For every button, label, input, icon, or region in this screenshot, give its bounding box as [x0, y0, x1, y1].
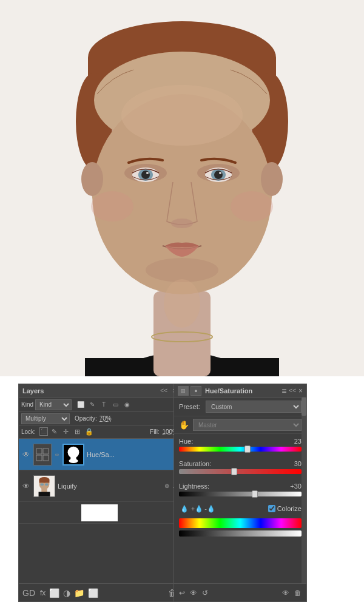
eyedropper-minus-icon[interactable]: -💧	[204, 504, 215, 513]
lock-all-icon[interactable]: 🔒	[84, 427, 94, 437]
lightness-slider-row: Lightness: +30	[174, 479, 306, 501]
lightness-grey-strip	[179, 530, 302, 537]
prop-visibility-icon[interactable]: 👁	[190, 589, 197, 597]
blend-mode-select[interactable]: Multiply	[21, 413, 70, 424]
layer-liquify[interactable]: 👁 Liquify ⊕ ▲	[19, 470, 180, 502]
svg-point-24	[219, 172, 221, 174]
colorize-checkbox[interactable]	[268, 505, 275, 512]
preset-label: Preset:	[179, 403, 202, 410]
lock-paint-icon[interactable]: ✎	[50, 427, 59, 437]
link-layers-icon[interactable]: GD	[22, 588, 35, 598]
svg-rect-30	[36, 449, 42, 454]
opacity-value[interactable]: 70%	[99, 415, 118, 422]
lock-transparent-icon[interactable]: ⬛	[39, 427, 48, 436]
type-filter-icon[interactable]: T	[99, 400, 109, 410]
svg-rect-43	[39, 492, 50, 496]
master-row: ✋ Master	[174, 416, 306, 434]
hue-slider-thumb[interactable]	[244, 445, 251, 453]
properties-menu-icon[interactable]: ≡	[281, 386, 286, 396]
svg-point-37	[69, 458, 78, 463]
lock-label: Lock:	[21, 428, 36, 435]
layer-hue-sat-mask	[62, 444, 84, 466]
layer-liquify-smart-icon: ⊕	[164, 483, 169, 489]
svg-point-12	[81, 162, 103, 196]
lightness-value[interactable]: +30	[290, 483, 302, 490]
svg-point-23	[214, 171, 223, 179]
layer-link-icon: ∞	[54, 450, 60, 459]
properties-title-area: ⊞ ● Hue/Saturation	[178, 386, 252, 396]
hue-color-strip	[179, 518, 302, 528]
hue-value[interactable]: 23	[294, 438, 302, 445]
pixel-filter-icon[interactable]: ⬜	[76, 400, 86, 410]
svg-rect-32	[36, 455, 42, 461]
svg-point-45	[45, 483, 49, 486]
blend-mode-row: Multiply Opacity: 70%	[19, 412, 180, 425]
layers-panel-title: Layers	[22, 387, 44, 395]
fx-icon[interactable]: fx	[40, 589, 46, 597]
lightness-slider-thumb[interactable]	[252, 490, 258, 498]
layer-hue-saturation[interactable]: 👁 ∞ Hue/Sa...	[19, 439, 180, 470]
hue-slider-row: Hue: 23	[174, 434, 306, 456]
properties-scrollbar[interactable]	[302, 398, 306, 583]
add-adjustment-icon[interactable]: ◑	[63, 588, 70, 598]
layers-collapse-btn[interactable]: <<	[160, 387, 167, 394]
hue-slider-track[interactable]	[179, 447, 302, 453]
svg-point-28	[146, 258, 218, 282]
prop-reset-icon[interactable]: ↩	[179, 589, 185, 597]
saturation-label: Saturation:	[179, 460, 211, 467]
white-color-box	[81, 504, 118, 521]
svg-point-27	[231, 191, 273, 222]
layers-filter-row: Kind Kind ⬜ ✎ T ▭ ◉	[19, 398, 180, 412]
properties-collapse-btn[interactable]: <<	[289, 387, 296, 394]
properties-tab-icons: ⊞ ●	[178, 386, 201, 396]
photo-canvas	[0, 0, 364, 376]
lock-icons: ⬛ ✎ ✛ ⊞ 🔒	[39, 427, 94, 437]
svg-point-44	[40, 483, 44, 486]
preset-select[interactable]: Custom Default Cyanotype Sepia	[206, 401, 302, 413]
filter-icons: ⬜ ✎ T ▭ ◉	[76, 400, 132, 410]
layer-hue-sat-name: Hue/Sa...	[87, 451, 178, 458]
add-layer-icon[interactable]: ⬜	[88, 588, 98, 598]
kind-select[interactable]: Kind	[35, 399, 72, 410]
grid-tab-icon[interactable]: ⊞	[178, 386, 189, 396]
saturation-slider-thumb[interactable]	[231, 468, 237, 475]
lightness-slider-track[interactable]	[179, 492, 302, 498]
prop-delete-icon[interactable]: 🗑	[294, 589, 302, 597]
eyedropper-plus-icon[interactable]: +💧	[192, 504, 203, 513]
lightness-label: Lightness:	[179, 483, 209, 490]
add-mask-icon[interactable]: ⬜	[49, 588, 59, 598]
lock-artboard-icon[interactable]: ⊞	[73, 427, 83, 437]
layer-hue-sat-visibility[interactable]: 👁	[21, 450, 31, 459]
layer-liquify-visibility[interactable]: 👁	[21, 481, 31, 491]
hand-tool-icon[interactable]: ✋	[179, 420, 189, 430]
saturation-slider-track[interactable]	[179, 469, 302, 475]
prop-eye-icon[interactable]: 👁	[282, 589, 289, 597]
channel-select[interactable]: Master	[193, 419, 302, 431]
lock-row: Lock: ⬛ ✎ ✛ ⊞ 🔒 Fill: 100%	[19, 425, 180, 439]
add-group-icon[interactable]: 📁	[74, 588, 84, 598]
saturation-value[interactable]: 30	[294, 460, 302, 467]
opacity-label: Opacity:	[75, 415, 97, 422]
eyedropper-icon[interactable]: 💧	[179, 504, 190, 513]
svg-point-14	[121, 85, 243, 146]
layers-panel-header: Layers << ×	[19, 384, 180, 398]
hue-label: Hue:	[179, 438, 193, 445]
properties-header: ⊞ ● Hue/Saturation ≡ << ×	[174, 384, 306, 398]
shape-filter-icon[interactable]: ▭	[110, 400, 120, 410]
layers-bottom-toolbar: GD fx ⬜ ◑ 📁 ⬜ 🗑	[19, 583, 180, 601]
white-box-layer	[19, 502, 180, 524]
smart-filter-icon[interactable]: ◉	[122, 400, 132, 410]
svg-point-19	[141, 171, 150, 179]
eyedropper-icons: 💧 +💧 -💧	[179, 504, 215, 513]
properties-close-btn[interactable]: ×	[298, 387, 303, 395]
svg-rect-33	[43, 455, 49, 461]
svg-point-29	[164, 279, 200, 328]
svg-point-35	[68, 446, 79, 458]
lock-move-icon[interactable]: ✛	[61, 427, 71, 437]
adjustment-filter-icon[interactable]: ✎	[87, 400, 97, 410]
svg-rect-31	[43, 449, 49, 454]
layer-liquify-name: Liquify	[58, 483, 162, 490]
prop-history-icon[interactable]: ↺	[202, 589, 208, 597]
circle-tab-icon[interactable]: ●	[190, 386, 201, 396]
properties-bottom-toolbar: ↩ 👁 ↺ 👁 🗑	[174, 583, 306, 601]
